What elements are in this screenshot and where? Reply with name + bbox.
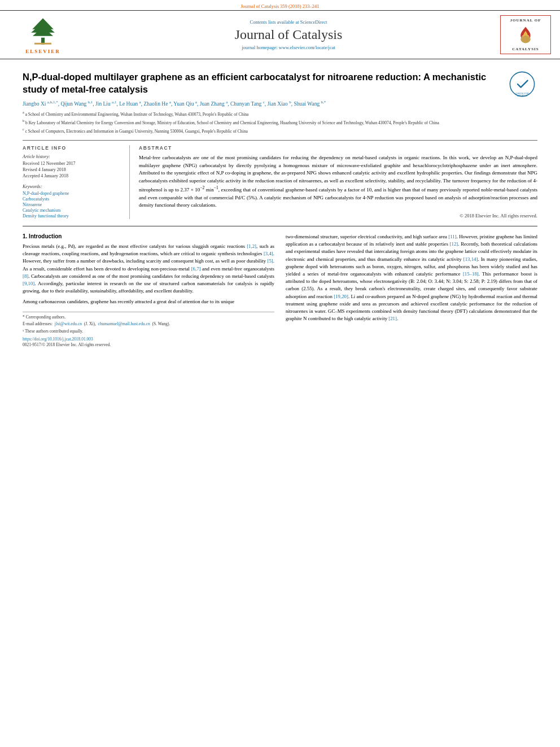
body-right-col: two-dimensional structure, superior elec… — [286, 233, 537, 347]
email-link-2[interactable]: chunsamuel@mail.hust.edu.cn — [98, 321, 150, 326]
keywords-section: Keywords: N,P-dual-doped graphene Carboc… — [23, 184, 123, 219]
top-header: ELSEVIER Contents lists available at Sci… — [0, 10, 560, 59]
section1-heading: 1. Introduction — [23, 233, 274, 239]
abstract-text: Metal-free carbocatalysts are one of the… — [139, 154, 537, 209]
contents-line: Contents lists available at ScienceDirec… — [250, 19, 327, 25]
email-name-2: (S. Wang). — [152, 321, 170, 326]
article-title-area: N,P-dual-doped multilayer graphene as an… — [23, 71, 501, 136]
abstract-col: ABSTRACT Metal-free carbocatalysts are o… — [139, 145, 537, 219]
body-section: 1. Introduction Precious metals (e.g., P… — [23, 226, 537, 347]
email-label: E-mail addresses: — [23, 321, 53, 326]
body-para3: two-dimensional structure, superior elec… — [286, 233, 537, 322]
svg-point-5 — [520, 35, 530, 43]
body-left-col: 1. Introduction Precious metals (e.g., P… — [23, 233, 274, 347]
footnote-corresponding: * Corresponding authors. — [23, 314, 274, 321]
ref-8[interactable]: [8] — [23, 273, 28, 279]
authors-line: Jiangbo Xi a,b,1,*, Qijun Wang b,1, Jin … — [23, 99, 501, 108]
journal-citation: Journal of Catalysis 359 (2018) 233–241 — [240, 3, 319, 9]
journal-flame-icon — [515, 25, 536, 45]
check-updates-badge: CHECK FOR UPDATES — [506, 71, 537, 98]
ref-6-7[interactable]: [6,7] — [191, 266, 201, 272]
affiliations: a a School of Chemistry and Environmenta… — [23, 110, 501, 134]
history-label: Article history: — [23, 154, 123, 159]
ref-12[interactable]: [12] — [450, 241, 458, 247]
elsevier-logo: ELSEVIER — [9, 15, 77, 54]
ref-15-18[interactable]: [15–18] — [463, 271, 479, 277]
keyword-2: Carbocatalysts — [23, 196, 123, 202]
journal-logo-top-text: JOURNAL OF — [510, 18, 541, 23]
body-para1: Precious metals (e.g., Pd), are regarded… — [23, 243, 274, 295]
ref-9-10[interactable]: [9,10] — [23, 281, 34, 286]
svg-rect-1 — [34, 42, 51, 44]
accepted-date: Accepted 4 January 2018 — [23, 173, 123, 178]
article-info-col: ARTICLE INFO Article history: Received 1… — [23, 145, 130, 219]
keywords-label: Keywords: — [23, 184, 123, 189]
two-col-section: ARTICLE INFO Article history: Received 1… — [23, 140, 537, 219]
journal-title: Journal of Catalysis — [235, 27, 343, 42]
check-updates-icon: CHECK FOR UPDATES — [509, 71, 536, 98]
journal-logo-bottom-text: CATALYSIS — [512, 47, 539, 51]
affiliation-c: c c School of Computers, Electronics and… — [23, 127, 501, 134]
email-name-1: (J. Xi), — [84, 321, 96, 326]
ref-5[interactable]: [5] — [268, 258, 273, 264]
received-date: Received 12 November 2017 — [23, 161, 123, 166]
ref-11[interactable]: [11] — [448, 234, 456, 239]
footnote-email: E-mail addresses: jlxi@wit.edu.cn (J. Xi… — [23, 321, 274, 327]
journal-top-bar: Journal of Catalysis 359 (2018) 233–241 — [0, 0, 560, 10]
elsevier-tree-icon — [26, 16, 60, 47]
doi-link[interactable]: https://doi.org/10.1016/j.jcat.2018.01.0… — [23, 337, 93, 342]
ref-1-2[interactable]: [1,2] — [247, 243, 256, 249]
affiliation-b: b b Key Laboratory of Material Chemistry… — [23, 119, 501, 126]
footnote-section: * Corresponding authors. E-mail addresse… — [23, 312, 274, 348]
keyword-5: Density functional theory — [23, 213, 123, 219]
keyword-4: Catalytic mechanism — [23, 208, 123, 213]
abstract-label: ABSTRACT — [139, 145, 537, 151]
svg-text:UPDATES: UPDATES — [517, 94, 527, 97]
ref-3-4[interactable]: [3,4] — [264, 251, 273, 256]
page-container: Journal of Catalysis 359 (2018) 233–241 … — [0, 0, 560, 353]
article-title-section: N,P-dual-doped multilayer graphene as an… — [23, 71, 537, 136]
issn-line: 0021-9517/© 2018 Elsevier Inc. All right… — [23, 342, 274, 347]
body-two-col: 1. Introduction Precious metals (e.g., P… — [23, 233, 537, 347]
header-center: Contents lists available at ScienceDirec… — [77, 15, 500, 54]
article-info-label: ARTICLE INFO — [23, 145, 123, 151]
ref-21[interactable]: [21] — [388, 316, 397, 321]
keyword-3: Nitroarene — [23, 202, 123, 207]
elsevier-label: ELSEVIER — [25, 49, 60, 54]
ref-19-20[interactable]: [19,20] — [334, 294, 348, 299]
main-content: N,P-dual-doped multilayer graphene as an… — [0, 59, 560, 353]
doi-line: https://doi.org/10.1016/j.jcat.2018.01.0… — [23, 337, 274, 342]
revised-date: Revised 4 January 2018 — [23, 167, 123, 172]
affiliation-a: a a School of Chemistry and Environmenta… — [23, 110, 501, 117]
copyright-line: © 2018 Elsevier Inc. All rights reserved… — [139, 213, 537, 219]
homepage-line: journal homepage: www.elsevier.com/locat… — [242, 45, 335, 50]
keyword-1: N,P-dual-doped graphene — [23, 191, 123, 196]
journal-logo-box: JOURNAL OF CATALYSIS — [500, 15, 551, 54]
footnote-equal: ¹ These authors contributed equally. — [23, 329, 274, 335]
authors-text: Jiangbo Xi a,b,1,*, Qijun Wang b,1, Jin … — [23, 101, 326, 107]
email-link-1[interactable]: jlxi@wit.edu.cn — [55, 321, 82, 326]
body-para2: Among carbonaceous candidates, graphene … — [23, 298, 274, 305]
article-title: N,P-dual-doped multilayer graphene as an… — [23, 71, 501, 96]
ref-13-14[interactable]: [13,14] — [463, 256, 478, 262]
